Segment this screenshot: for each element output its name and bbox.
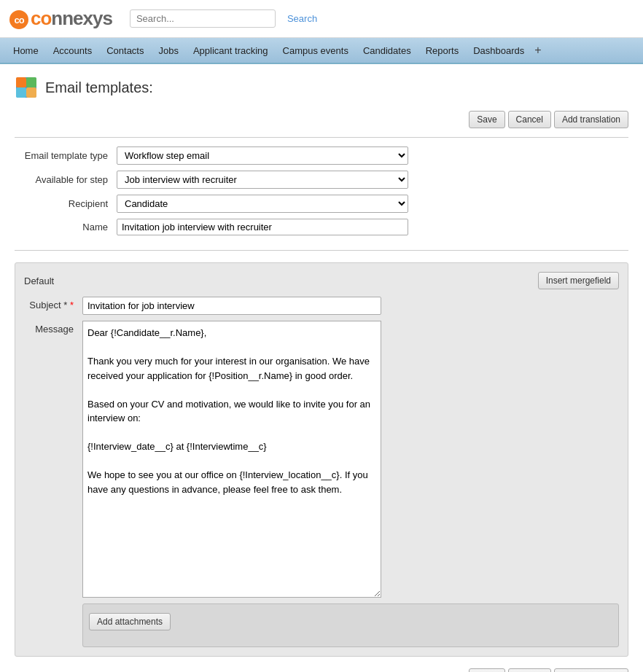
email-templates-icon bbox=[15, 76, 38, 99]
nav-bar: Home Accounts Contacts Jobs Applicant tr… bbox=[0, 38, 643, 64]
page-title-row: Email templates: bbox=[15, 76, 628, 99]
nav-item-home[interactable]: Home bbox=[6, 39, 46, 62]
subject-label: Subject * bbox=[24, 297, 82, 310]
available-for-step-select[interactable]: Job interview with recruiter bbox=[117, 171, 408, 189]
nav-plus-button[interactable]: + bbox=[534, 44, 541, 57]
cancel-button-top[interactable]: Cancel bbox=[508, 111, 551, 128]
cancel-button-bottom[interactable]: Cancel bbox=[508, 668, 551, 672]
insert-mergefield-button[interactable]: Insert mergefield bbox=[538, 272, 619, 289]
add-translation-button-top[interactable]: Add translation bbox=[554, 111, 628, 128]
language-label: Default bbox=[24, 276, 54, 286]
nav-item-dashboards[interactable]: Dashboards bbox=[466, 39, 531, 62]
nav-item-reports[interactable]: Reports bbox=[418, 39, 467, 62]
add-attachments-button[interactable]: Add attachments bbox=[89, 613, 171, 630]
form-section: Email template type Workflow step email … bbox=[15, 137, 628, 251]
available-for-step-label: Available for step bbox=[15, 174, 117, 185]
svg-text:co: co bbox=[14, 15, 24, 26]
nav-item-campus-events[interactable]: Campus events bbox=[276, 39, 356, 62]
name-input[interactable] bbox=[117, 219, 408, 235]
recipient-row: Recipient Candidate bbox=[15, 195, 628, 213]
subject-input[interactable] bbox=[82, 297, 381, 315]
editor-header: Default Insert mergefield bbox=[24, 272, 619, 289]
nav-item-applicant-tracking[interactable]: Applicant tracking bbox=[186, 39, 276, 62]
name-label: Name bbox=[15, 222, 117, 233]
page-title: Email templates: bbox=[45, 79, 153, 96]
email-template-type-label: Email template type bbox=[15, 150, 117, 161]
svg-rect-5 bbox=[16, 87, 26, 98]
email-template-type-row: Email template type Workflow step email bbox=[15, 146, 628, 165]
top-bar: co connexys Search bbox=[0, 0, 643, 38]
logo: co connexys bbox=[9, 7, 112, 30]
editor-section: Default Insert mergefield Subject * Mess… bbox=[15, 262, 628, 657]
attachments-section: Add attachments bbox=[82, 603, 619, 647]
svg-rect-4 bbox=[26, 77, 36, 87]
search-input[interactable] bbox=[130, 9, 276, 28]
message-textarea[interactable]: Dear {!Candidate__r.Name}, Thank you ver… bbox=[82, 321, 381, 598]
add-translation-button-bottom[interactable]: Add translation bbox=[554, 668, 628, 672]
recipient-label: Recipient bbox=[15, 198, 117, 209]
message-row: Message Dear {!Candidate__r.Name}, Thank… bbox=[24, 321, 619, 598]
nav-item-candidates[interactable]: Candidates bbox=[356, 39, 418, 62]
nav-item-accounts[interactable]: Accounts bbox=[46, 39, 99, 62]
search-button[interactable]: Search bbox=[280, 10, 324, 27]
message-label: Message bbox=[24, 321, 82, 335]
action-buttons-bottom: Save Cancel Add translation bbox=[15, 668, 628, 672]
search-bar: Search bbox=[130, 9, 324, 28]
action-buttons-top: Save Cancel Add translation bbox=[15, 111, 628, 128]
subject-row: Subject * bbox=[24, 297, 619, 315]
nav-item-jobs[interactable]: Jobs bbox=[151, 39, 185, 62]
email-template-type-select[interactable]: Workflow step email bbox=[117, 146, 408, 165]
logo-icon: co bbox=[9, 9, 29, 30]
available-for-step-row: Available for step Job interview with re… bbox=[15, 171, 628, 189]
name-row: Name bbox=[15, 219, 628, 235]
save-button-top[interactable]: Save bbox=[469, 111, 504, 128]
page-content: Email templates: Save Cancel Add transla… bbox=[0, 64, 643, 672]
svg-rect-6 bbox=[26, 87, 36, 98]
recipient-select[interactable]: Candidate bbox=[117, 195, 408, 213]
nav-item-contacts[interactable]: Contacts bbox=[99, 39, 151, 62]
save-button-bottom[interactable]: Save bbox=[469, 668, 504, 672]
svg-rect-3 bbox=[16, 77, 26, 87]
